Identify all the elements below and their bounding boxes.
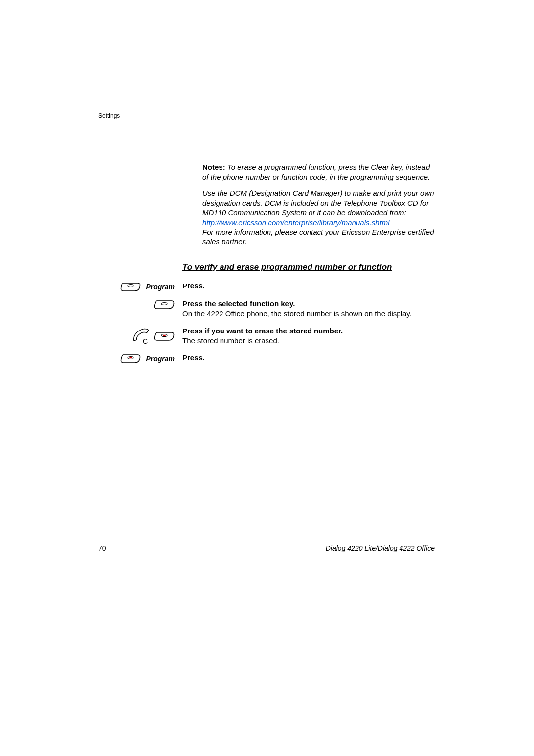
notes-label: Notes: (202, 163, 225, 171)
oval-key-led-icon (154, 331, 175, 341)
step-instruction: Press if you want to erase the stored nu… (182, 327, 343, 335)
notes-text-2: Use the DCM (Designation Card Manager) t… (202, 189, 434, 217)
page-number: 70 (98, 544, 106, 552)
step-icon-area (98, 299, 182, 310)
notes-link[interactable]: http://www.ericsson.com/enterprise/libra… (202, 218, 389, 227)
notes-text-1: To erase a programmed function, press th… (202, 163, 430, 181)
step-detail: On the 4222 Office phone, the stored num… (182, 309, 412, 318)
program-label: Program (146, 283, 175, 291)
step-row: Press the selected function key. On the … (98, 299, 435, 319)
note-paragraph: Use the DCM (Designation Card Manager) t… (202, 189, 435, 246)
section-label: Settings (98, 112, 120, 119)
step-row: Program Press. (98, 353, 435, 364)
step-instruction: Press. (182, 353, 205, 362)
page-header: Settings (98, 112, 120, 119)
section-heading: To verify and erase programmed number or… (182, 262, 435, 272)
oval-key-icon (154, 300, 175, 310)
svg-point-6 (129, 357, 132, 359)
step-detail: The stored number is erased. (182, 336, 279, 345)
svg-point-4 (163, 334, 166, 336)
doc-title: Dialog 4220 Lite/Dialog 4222 Office (326, 544, 435, 552)
step-text: Press the selected function key. On the … (182, 299, 435, 319)
step-row: C Press if you want to erase the stored … (98, 326, 435, 346)
handset-c-icon: C (132, 327, 152, 346)
program-label: Program (146, 355, 175, 363)
step-text: Press. (182, 353, 435, 363)
page-content: Notes: To erase a programmed function, p… (98, 162, 435, 371)
svg-point-1 (161, 303, 167, 305)
svg-point-0 (128, 285, 134, 287)
note-paragraph: Notes: To erase a programmed function, p… (202, 162, 435, 182)
step-icon-area: Program (98, 281, 182, 292)
step-instruction: Press the selected function key. (182, 299, 295, 308)
step-icon-area: Program (98, 353, 182, 364)
step-icon-area: C (98, 326, 182, 346)
step-instruction: Press. (182, 282, 205, 290)
oval-key-icon (120, 282, 141, 292)
svg-text:C: C (143, 337, 148, 345)
step-text: Press. (182, 281, 435, 291)
notes-text-3: For more information, please contact you… (202, 228, 434, 246)
notes-block: Notes: To erase a programmed function, p… (202, 162, 435, 246)
page-footer: 70 Dialog 4220 Lite/Dialog 4222 Office (98, 544, 435, 552)
step-row: Program Press. (98, 281, 435, 292)
oval-key-led-icon (120, 354, 141, 364)
step-text: Press if you want to erase the stored nu… (182, 326, 435, 346)
